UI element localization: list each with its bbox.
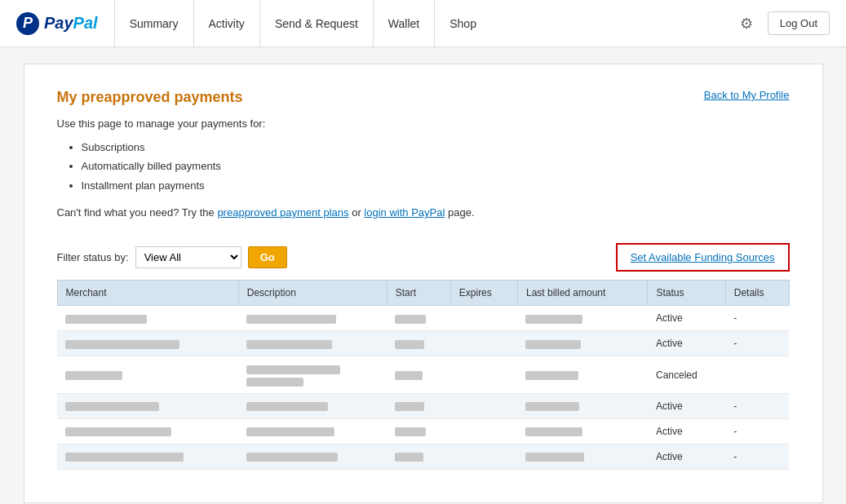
bullet-item-3: Installment plan payments — [82, 176, 790, 195]
bullet-list: Subscriptions Automatically billed payme… — [82, 138, 790, 195]
cant-find-mid: or — [349, 206, 365, 219]
cell-expires — [450, 356, 517, 394]
cell-last-billed — [517, 419, 648, 444]
header-right: ⚙ Log Out — [735, 11, 830, 35]
cell-merchant — [57, 356, 238, 394]
paypal-wordmark: PayPal — [44, 14, 98, 33]
col-merchant: Merchant — [57, 281, 238, 306]
nav-item-shop[interactable]: Shop — [434, 0, 491, 46]
main-container: Back to My Profile My preapproved paymen… — [24, 64, 823, 503]
payments-table: Merchant Description Start Expires Last … — [57, 280, 790, 470]
table-row: Active - — [57, 331, 789, 356]
col-details: Details — [725, 281, 789, 306]
filter-left: Filter status by: View All Active Cancel… — [57, 246, 287, 268]
page-description: Use this page to manage your payments fo… — [57, 117, 790, 130]
table-header-row: Merchant Description Start Expires Last … — [57, 281, 789, 306]
cell-details: - — [725, 394, 789, 419]
cell-description — [238, 306, 387, 331]
cell-description — [238, 444, 387, 470]
cell-expires — [450, 394, 517, 419]
cell-expires — [450, 419, 517, 444]
cell-last-billed — [517, 444, 648, 470]
cell-start — [387, 444, 450, 470]
back-to-profile-link[interactable]: Back to My Profile — [704, 89, 790, 101]
cell-expires — [450, 444, 517, 470]
cell-description — [238, 419, 387, 444]
cell-start — [387, 356, 450, 394]
nav-item-wallet[interactable]: Wallet — [373, 0, 434, 46]
bullet-item-2: Automatically billed payments — [82, 157, 790, 175]
cell-status: Active — [648, 419, 725, 444]
cell-expires — [450, 331, 517, 356]
filter-label: Filter status by: — [57, 251, 129, 263]
col-last-billed: Last billed amount — [517, 281, 648, 306]
col-start: Start — [387, 281, 450, 306]
cell-details: - — [725, 331, 789, 356]
cell-expires — [450, 306, 517, 331]
header: P PayPal Summary Activity Send & Request… — [0, 0, 846, 47]
paypal-p-icon: P — [16, 12, 39, 35]
cell-description — [238, 394, 387, 419]
login-with-paypal-link[interactable]: login with PayPal — [364, 206, 445, 219]
paypal-logo: P PayPal — [16, 12, 98, 35]
cell-start — [387, 419, 450, 444]
cell-status: Active — [648, 331, 725, 356]
go-button[interactable]: Go — [248, 246, 287, 268]
table-row: Active - — [57, 444, 789, 470]
col-expires: Expires — [450, 281, 517, 306]
cell-details: - — [725, 444, 789, 470]
cell-start — [387, 306, 450, 331]
preapproved-plans-link[interactable]: preapproved payment plans — [217, 206, 348, 219]
col-description: Description — [238, 281, 387, 306]
title-row: Back to My Profile My preapproved paymen… — [57, 89, 790, 117]
cell-status: Active — [648, 306, 725, 331]
cell-merchant — [57, 394, 238, 419]
cell-status: Active — [648, 444, 725, 470]
main-nav: Summary Activity Send & Request Wallet S… — [114, 0, 735, 46]
cell-details: - — [725, 306, 789, 331]
cell-details: - — [725, 419, 789, 444]
cell-start — [387, 331, 450, 356]
col-status: Status — [648, 281, 725, 306]
cell-status: Canceled — [648, 356, 725, 394]
table-row: Active - — [57, 394, 789, 419]
nav-item-activity[interactable]: Activity — [193, 0, 259, 46]
cell-last-billed — [517, 306, 648, 331]
cell-merchant — [57, 331, 238, 356]
cell-last-billed — [517, 394, 648, 419]
logout-button[interactable]: Log Out — [768, 11, 830, 35]
cant-find-text: Can't find what you need? Try the preapp… — [57, 206, 790, 219]
funding-sources-wrapper: Set Available Funding Sources — [616, 243, 790, 272]
table-row: Active - — [57, 306, 789, 331]
nav-item-summary[interactable]: Summary — [114, 0, 193, 46]
filter-select[interactable]: View All Active Canceled — [135, 246, 241, 268]
cell-status: Active — [648, 394, 725, 419]
cell-start — [387, 394, 450, 419]
nav-item-send-request[interactable]: Send & Request — [259, 0, 373, 46]
table-row: Active - — [57, 419, 789, 444]
cell-merchant — [57, 419, 238, 444]
logo-area: P PayPal — [16, 12, 98, 35]
page-title: My preapproved payments — [57, 89, 790, 106]
bullet-item-1: Subscriptions — [82, 138, 790, 157]
cell-merchant — [57, 444, 238, 470]
cell-description — [238, 331, 387, 356]
cell-details — [725, 356, 789, 394]
cell-last-billed — [517, 331, 648, 356]
cell-merchant — [57, 306, 238, 331]
set-funding-sources-button[interactable]: Set Available Funding Sources — [616, 243, 790, 272]
table-row: Canceled — [57, 356, 789, 394]
cant-find-before: Can't find what you need? Try the — [57, 206, 218, 219]
cell-last-billed — [517, 356, 648, 394]
cell-description — [238, 356, 387, 394]
filter-bar: Filter status by: View All Active Cancel… — [57, 235, 790, 280]
settings-icon[interactable]: ⚙ — [735, 12, 758, 35]
cant-find-after: page. — [445, 206, 474, 219]
